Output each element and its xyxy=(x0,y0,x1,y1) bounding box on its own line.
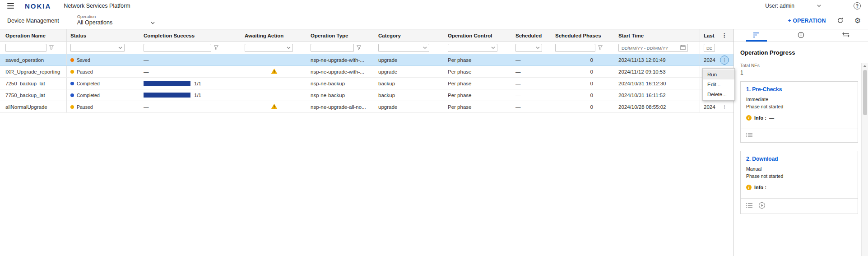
status-dot-paused xyxy=(70,105,74,109)
phase-ne-list-icon[interactable] xyxy=(746,203,753,209)
user-label: User: admin xyxy=(765,3,794,9)
row-actions-icon[interactable]: ⋮ xyxy=(720,56,729,65)
filter-completion-input[interactable] xyxy=(144,44,211,52)
add-operation-button[interactable]: + OPERATION xyxy=(788,18,826,24)
cell-scheduled-phases: 0 xyxy=(552,66,615,77)
filter-status-dropdown[interactable] xyxy=(70,44,125,52)
cell-start-time: 2024/10/28 08:55:02 xyxy=(615,101,700,112)
chevron-down-icon[interactable] xyxy=(817,5,821,7)
total-nes-value: 1 xyxy=(740,70,862,76)
filter-funnel-icon[interactable] xyxy=(214,45,219,51)
col-scheduled-phases[interactable]: Scheduled Phases xyxy=(552,29,615,42)
filter-funnel-icon[interactable] xyxy=(598,45,603,51)
user-menu[interactable]: User: admin xyxy=(765,3,821,9)
filter-funnel-icon[interactable] xyxy=(356,45,362,51)
col-category[interactable]: Category xyxy=(375,29,444,42)
progress-list-icon xyxy=(753,32,760,39)
filter-start-time-daterange[interactable] xyxy=(618,44,688,52)
col-operation-type[interactable]: Operation Type xyxy=(307,29,375,42)
row-actions-icon[interactable]: ⋮ xyxy=(720,102,729,112)
phase-title-link[interactable]: 1. Pre-Checks xyxy=(746,86,852,93)
filter-category-dropdown[interactable] xyxy=(378,44,429,52)
menu-item-delete[interactable]: Delete... xyxy=(703,89,734,99)
cell-category: backup xyxy=(375,89,444,101)
cell-start-time: 2024/11/12 09:10:53 xyxy=(615,66,700,77)
col-last[interactable]: Last xyxy=(700,29,719,42)
operation-filter-dropdown[interactable]: Operation All Operations xyxy=(77,14,155,26)
tab-compare[interactable] xyxy=(823,29,868,42)
filter-funnel-icon[interactable] xyxy=(49,45,54,51)
scroll-up-icon[interactable] xyxy=(863,65,867,67)
col-status[interactable]: Status xyxy=(67,29,140,42)
info-icon xyxy=(798,32,804,40)
phase-mode: Manual xyxy=(746,166,852,172)
operation-filter-value: All Operations xyxy=(77,19,113,27)
phase-ne-list-icon[interactable] xyxy=(746,132,753,139)
help-icon[interactable] xyxy=(854,2,861,9)
cell-status: Saved xyxy=(67,54,140,65)
warning-icon xyxy=(271,103,278,110)
cell-completion: — xyxy=(140,54,241,65)
panel-scrollbar[interactable] xyxy=(861,63,868,256)
phase-card: 2. Download Manual Phase not started Inf… xyxy=(740,151,858,214)
cell-scheduled: — xyxy=(512,89,552,101)
total-nes-label: Total NEs xyxy=(740,63,862,68)
table-row[interactable]: allNormalUpgrade Paused — nsp-ne-upgrade… xyxy=(0,101,733,113)
cell-scheduled: — xyxy=(512,78,552,89)
menu-item-edit[interactable]: Edit... xyxy=(703,79,734,89)
column-options-icon[interactable]: ⋮ xyxy=(722,32,728,39)
tab-progress[interactable] xyxy=(734,29,779,42)
settings-gear-icon[interactable]: ⚙ xyxy=(854,17,861,24)
cell-operation-type: nsp-ne-upgrade-all-no... xyxy=(307,101,375,112)
table-row[interactable]: IXR_Upgrade_reporting Paused — nsp-ne-up… xyxy=(0,66,733,78)
total-nes: Total NEs 1 xyxy=(734,58,868,76)
filter-operation-control-dropdown[interactable] xyxy=(448,44,497,52)
operations-table: Operation Name Status Completion Success… xyxy=(0,29,733,256)
col-completion-success[interactable]: Completion Success xyxy=(140,29,241,42)
top-bar: NOKIA Network Services Platform User: ad… xyxy=(0,0,868,12)
filter-operation-type-input[interactable] xyxy=(311,44,354,52)
menu-item-run[interactable]: Run xyxy=(703,70,734,79)
start-time-range-input[interactable] xyxy=(621,45,679,51)
last-range-input[interactable] xyxy=(706,45,713,51)
cell-scheduled-phases: 0 xyxy=(552,101,615,112)
table-filter-row xyxy=(0,42,733,54)
cell-awaiting xyxy=(241,78,307,89)
info-value: — xyxy=(769,185,774,190)
table-row[interactable]: 7750_backup_lat Completed 1/1 nsp-ne-bac… xyxy=(0,89,733,101)
panel-tabs xyxy=(734,29,868,42)
breadcrumb[interactable]: Device Management xyxy=(7,18,59,24)
cell-operation-control: Per phase xyxy=(444,89,512,101)
calendar-icon[interactable] xyxy=(680,45,686,51)
refresh-icon[interactable] xyxy=(837,17,844,24)
cell-status: Paused xyxy=(67,101,140,112)
col-operation-control[interactable]: Operation Control xyxy=(444,29,512,42)
phase-state: Phase not started xyxy=(746,173,852,179)
cell-completion: 1/1 xyxy=(140,89,241,101)
cell-scheduled-phases: 0 xyxy=(552,54,615,65)
scrollbar-thumb[interactable] xyxy=(863,70,867,115)
col-scheduled[interactable]: Scheduled xyxy=(512,29,552,42)
phase-mode: Immediate xyxy=(746,97,852,102)
filter-scheduled-phases-input[interactable] xyxy=(555,44,595,52)
table-row[interactable]: 7250_backup_lat Completed 1/1 nsp-ne-bac… xyxy=(0,78,733,89)
run-phase-play-icon[interactable] xyxy=(758,202,766,210)
filter-scheduled-dropdown[interactable] xyxy=(515,44,542,52)
cell-operation-control: Per phase xyxy=(444,54,512,65)
operation-progress-panel: Operation Progress Total NEs 1 1. Pre-Ch… xyxy=(733,29,868,256)
col-awaiting-action[interactable]: Awaiting Action xyxy=(241,29,307,42)
filter-last-daterange[interactable] xyxy=(704,44,715,52)
phase-title-link[interactable]: 2. Download xyxy=(746,156,852,162)
filter-awaiting-dropdown[interactable] xyxy=(245,44,293,52)
table-row[interactable]: saved_operation Saved — nsp-ne-upgrade-w… xyxy=(0,54,733,66)
nokia-logo: NOKIA xyxy=(25,2,51,10)
col-operation-name[interactable]: Operation Name xyxy=(0,29,67,42)
tab-info[interactable] xyxy=(779,29,823,42)
filter-operation-name-input[interactable] xyxy=(5,44,46,52)
col-start-time[interactable]: Start Time xyxy=(615,29,700,42)
warning-icon xyxy=(271,68,278,75)
cell-operation-type: nsp-ne-backup xyxy=(307,78,375,89)
menu-icon[interactable] xyxy=(7,3,14,9)
phase-card: 1. Pre-Checks Immediate Phase not starte… xyxy=(740,81,858,143)
cell-category: upgrade xyxy=(375,66,444,77)
